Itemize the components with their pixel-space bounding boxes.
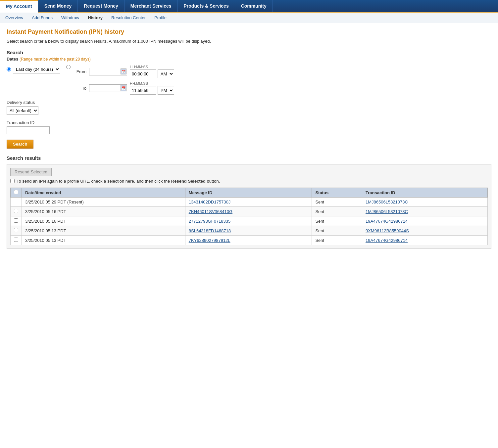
row-datetime: 3/25/2010 05:29 PDT (Resent) <box>22 198 185 207</box>
row-status: Sent <box>312 216 362 226</box>
sub-nav-withdraw[interactable]: Withdraw <box>60 15 80 21</box>
message-id-link[interactable]: 7KN46011SV368410G <box>189 209 232 214</box>
transaction-id-link[interactable]: 19A47674G42986714 <box>366 219 408 224</box>
top-nav-products-services[interactable]: Products & Services <box>178 0 235 12</box>
from-to-section: From 📅 HH:MM:SS 00:00:00 AM PM <box>73 65 174 95</box>
table-row: 3/25/2010 05:13 PDT8SL64318FD1468718Sent… <box>11 226 488 236</box>
col-header-message-id: Message ID <box>185 188 312 198</box>
message-id-link[interactable]: 8SL64318FD1468718 <box>189 228 231 233</box>
dates-label: Dates (Range must be within the past 28 … <box>7 57 491 62</box>
sub-nav-resolution-center[interactable]: Resolution Center <box>110 15 147 21</box>
page-description: Select search criteria below to display … <box>7 39 491 44</box>
table-row: 3/25/2010 05:29 PDT (Resent)13431402DD17… <box>11 198 488 207</box>
table-row: 3/25/2010 05:16 PDT27712793GF0718335Sent… <box>11 216 488 226</box>
row-datetime: 3/25/2010 05:16 PDT <box>22 216 185 226</box>
row-checkbox-cell <box>11 226 22 236</box>
row-datetime: 3/25/2010 05:13 PDT <box>22 236 185 245</box>
top-nav-community[interactable]: Community <box>235 0 273 12</box>
resend-selected-button[interactable]: Resend Selected <box>10 168 52 176</box>
row-status: Sent <box>312 207 362 216</box>
sub-nav-overview[interactable]: Overview <box>4 15 25 21</box>
transaction-id-link[interactable]: 9XM96112B8559044S <box>366 228 409 233</box>
message-id-link[interactable]: 13431402DD175730J <box>189 200 231 204</box>
preset-dropdown[interactable]: Last day (24 hours) Last 7 days Last 14 … <box>13 65 60 73</box>
row-message-id: 27712793GF0718335 <box>185 216 312 226</box>
resend-note: To send an IPN again to a profile URL, c… <box>10 179 488 184</box>
row-transaction-id: 9XM96112B8559044S <box>362 226 487 236</box>
to-time-label: HH:MM:SS <box>130 81 174 85</box>
transaction-id-input[interactable] <box>7 126 50 134</box>
search-section: Search Dates (Range must be within the p… <box>7 50 491 155</box>
row-checkbox-cell <box>11 207 22 216</box>
sub-nav: Overview Add Funds Withdraw History Reso… <box>0 13 498 23</box>
row-status: Sent <box>312 226 362 236</box>
search-date-row: Last day (24 hours) Last 7 days Last 14 … <box>7 65 491 95</box>
preset-radio-group: Last day (24 hours) Last 7 days Last 14 … <box>7 65 60 73</box>
transaction-id-link[interactable]: 1MJ86506L5321073C <box>366 200 408 204</box>
sub-nav-history[interactable]: History <box>86 15 104 21</box>
transaction-id-link[interactable]: 19A47674G42986714 <box>366 238 408 243</box>
to-date-input-wrapper: 📅 <box>89 84 127 92</box>
to-calendar-icon[interactable]: 📅 <box>121 85 126 91</box>
row-checkbox[interactable] <box>14 218 18 223</box>
top-nav-merchant-services[interactable]: Merchant Services <box>124 0 178 12</box>
col-header-status: Status <box>312 188 362 198</box>
from-ampm-select[interactable]: AM PM <box>158 69 174 78</box>
col-header-datetime: Date/time created <box>22 188 185 198</box>
table-row: 3/25/2010 05:13 PDT7KY6289027987912LSent… <box>11 236 488 245</box>
from-date-row: From 📅 HH:MM:SS 00:00:00 AM PM <box>73 65 174 78</box>
row-checkbox-cell <box>11 198 22 207</box>
to-ampm-select[interactable]: AM PM <box>158 86 174 95</box>
sub-nav-add-funds[interactable]: Add Funds <box>30 15 54 21</box>
row-message-id: 13431402DD175730J <box>185 198 312 207</box>
table-header-row: Date/time created Message ID Status Tran… <box>11 188 488 198</box>
to-time-input[interactable]: 11:59:59 <box>130 86 156 95</box>
row-checkbox[interactable] <box>14 238 18 242</box>
sub-nav-profile[interactable]: Profile <box>153 15 168 21</box>
row-message-id: 7KN46011SV368410G <box>185 207 312 216</box>
search-section-title: Search <box>7 50 491 55</box>
row-status: Sent <box>312 198 362 207</box>
custom-range-radio[interactable] <box>66 65 71 69</box>
row-status: Sent <box>312 236 362 245</box>
delivery-status-section: Delivery status All (default) Sent Faile… <box>7 100 491 115</box>
resend-note-checkbox[interactable] <box>10 179 15 183</box>
row-checkbox[interactable] <box>14 228 18 232</box>
top-nav-my-account[interactable]: My Account <box>0 0 38 13</box>
top-nav-send-money[interactable]: Send Money <box>38 0 78 12</box>
transaction-id-label: Transaction ID <box>7 120 491 125</box>
table-row: 3/25/2010 05:16 PDT7KN46011SV368410GSent… <box>11 207 488 216</box>
select-all-checkbox[interactable] <box>14 190 18 194</box>
message-id-link[interactable]: 27712793GF0718335 <box>189 219 231 224</box>
main-content: Instant Payment Notification (IPN) histo… <box>0 23 498 254</box>
delivery-status-label: Delivery status <box>7 100 491 105</box>
row-checkbox-cell <box>11 236 22 245</box>
from-time-group: HH:MM:SS 00:00:00 AM PM <box>130 65 174 78</box>
top-nav-request-money[interactable]: Request Money <box>78 0 124 12</box>
from-calendar-icon[interactable]: 📅 <box>121 68 126 74</box>
to-label: To <box>73 86 86 91</box>
row-transaction-id: 19A47674G42986714 <box>362 236 487 245</box>
page-title: Instant Payment Notification (IPN) histo… <box>7 28 491 35</box>
row-datetime: 3/25/2010 05:16 PDT <box>22 207 185 216</box>
message-id-link[interactable]: 7KY6289027987912L <box>189 238 230 243</box>
transaction-id-link[interactable]: 1MJ86506L5321073C <box>366 209 408 214</box>
results-container: Resend Selected To send an IPN again to … <box>7 164 491 249</box>
search-button[interactable]: Search <box>7 140 33 149</box>
row-transaction-id: 1MJ86506L5321073C <box>362 198 487 207</box>
delivery-status-select[interactable]: All (default) Sent Failed <box>7 106 38 115</box>
to-date-row: To 📅 HH:MM:SS 11:59:59 AM PM <box>73 81 174 95</box>
from-time-input[interactable]: 00:00:00 <box>130 69 156 78</box>
from-label: From <box>73 69 86 74</box>
top-nav: My Account Send Money Request Money Merc… <box>0 0 498 13</box>
row-checkbox[interactable] <box>14 209 18 213</box>
col-header-transaction-id: Transaction ID <box>362 188 487 198</box>
from-time-label: HH:MM:SS <box>130 65 174 69</box>
row-transaction-id: 19A47674G42986714 <box>362 216 487 226</box>
col-header-checkbox <box>11 188 22 198</box>
results-table: Date/time created Message ID Status Tran… <box>10 188 488 245</box>
to-time-group: HH:MM:SS 11:59:59 AM PM <box>130 81 174 95</box>
search-results-section: Search results Resend Selected To send a… <box>7 155 491 249</box>
preset-radio[interactable] <box>7 67 11 71</box>
from-date-input-wrapper: 📅 <box>89 68 127 75</box>
